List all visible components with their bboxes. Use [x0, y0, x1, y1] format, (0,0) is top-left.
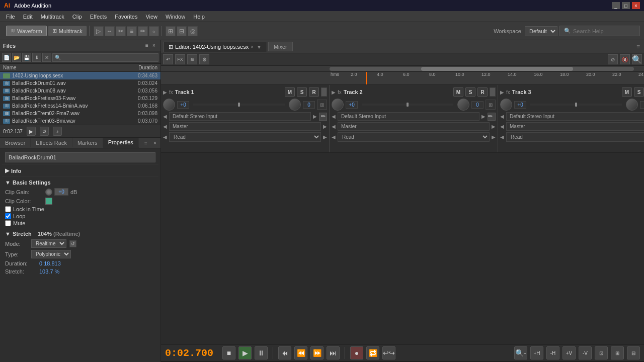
track2-pan-slider[interactable] [362, 104, 453, 106]
track1-pan-knob[interactable] [289, 99, 301, 111]
zoom-full-btn[interactable]: ⊞ [611, 346, 624, 359]
rewind-btn[interactable]: ⏪ [294, 346, 307, 359]
file-item[interactable]: ≋ BalladRockTrem03-Bmi.wav 0:03.070 [0, 117, 160, 125]
zoom-sel-btn[interactable]: ⊡ [595, 346, 608, 359]
track3-input-arrow[interactable]: ◀ [500, 114, 504, 119]
track1-fx[interactable]: fx [169, 89, 173, 95]
editor-tab-arrow[interactable]: ▼ [257, 44, 262, 50]
multitrack-button[interactable]: ⊞ Multitrack [48, 26, 87, 36]
track1-output-expand[interactable]: ▶ [323, 124, 327, 129]
return-to-start-btn[interactable]: ⏮ [278, 346, 291, 359]
track2-output-expand[interactable]: ▶ [492, 124, 496, 129]
track2-more-btn[interactable] [490, 87, 496, 97]
zoom-out-v-btn[interactable]: -V [579, 346, 592, 359]
import-btn[interactable]: ⬇ [32, 53, 41, 62]
track2-input-arrow[interactable]: ◀ [332, 114, 336, 119]
track2-read-select[interactable]: Read [338, 132, 490, 142]
track1-input-arrow[interactable]: ◀ [163, 114, 167, 119]
mute-checkbox[interactable] [5, 220, 11, 226]
track3-pan-knob[interactable] [626, 99, 638, 111]
save-file-btn[interactable]: 💾 [22, 53, 31, 62]
track2-pan-val[interactable]: 0 [471, 101, 484, 109]
track3-vol-val[interactable]: +0 [514, 101, 526, 109]
zoom-out-full-btn[interactable]: 🔍- [514, 346, 527, 359]
stretch-mode-select[interactable]: Realtime [31, 239, 66, 248]
brush-tool[interactable]: ⬦ [149, 26, 159, 36]
menu-clip[interactable]: Clip [68, 13, 86, 21]
snap-button[interactable]: ⊞ [166, 26, 176, 36]
loop-select-btn[interactable]: ↩↪ [382, 346, 395, 359]
loop-btn[interactable]: 🔁 [366, 346, 379, 359]
mixer-tab[interactable]: Mixer [268, 42, 293, 51]
track1-input-edit-btn[interactable]: ✏ [319, 113, 327, 121]
menu-view[interactable]: View [141, 13, 162, 21]
track2-expand[interactable]: ▶ [332, 89, 336, 95]
track2-read-fwd-arrow[interactable]: ▶ [492, 134, 496, 140]
track1-input-expand[interactable]: ▶ [313, 114, 317, 119]
menu-favorites[interactable]: Favorites [111, 13, 141, 21]
stretch-header[interactable]: ▼ Stretch 104% (Realtime) [5, 229, 155, 238]
track2-solo-btn[interactable]: S [465, 87, 475, 97]
track3-pan-val[interactable]: 0 [640, 101, 644, 109]
zoom-in-tl-btn[interactable]: 🔍 [632, 54, 642, 64]
files-close-btn[interactable]: × [150, 42, 157, 49]
go-to-end-btn[interactable]: ⏭ [327, 346, 340, 359]
razor-tool[interactable]: ✂ [116, 26, 126, 36]
lock-time-checkbox[interactable] [5, 206, 11, 212]
files-menu-btn[interactable]: ≡ [143, 42, 150, 49]
tab-effects-rack[interactable]: Effects Rack [31, 138, 72, 147]
delete-file-btn[interactable]: ✕ [42, 53, 51, 62]
mini-play-btn[interactable]: ▶ [27, 127, 36, 136]
track1-read-back-arrow[interactable]: ◀ [163, 134, 167, 140]
menu-multitrack[interactable]: Multitrack [37, 13, 68, 21]
meters-btn[interactable]: ≋ [187, 54, 197, 64]
clip-color-swatch[interactable] [45, 198, 52, 205]
track3-vol-knob[interactable] [500, 99, 512, 111]
track2-vol-val[interactable]: +0 [346, 101, 358, 109]
track3-expand[interactable]: ▶ [500, 89, 504, 95]
slip-tool[interactable]: ≡ [127, 26, 137, 36]
zoom-fit-btn[interactable]: ⊟ [627, 346, 640, 359]
editor-tab-close[interactable]: × [251, 44, 254, 50]
align-button[interactable]: ⊟ [177, 26, 187, 36]
fx-btn[interactable]: FX [175, 54, 185, 64]
new-file-btn[interactable]: 📄 [2, 53, 11, 62]
files-search-input[interactable] [52, 53, 158, 62]
track3-output-arrow[interactable]: ◀ [500, 124, 504, 129]
undo-btn[interactable]: ↶ [163, 54, 173, 64]
file-item[interactable]: ≋ BalladRockFretless14-BminA.wav 0:06.16… [0, 102, 160, 110]
track3-mute-btn[interactable]: M [622, 87, 632, 97]
solo-btn[interactable]: ⊘ [608, 54, 618, 64]
close-button[interactable]: × [632, 2, 640, 9]
zoom-button[interactable]: ◎ [188, 26, 198, 36]
workspace-select[interactable]: Default [525, 26, 557, 36]
track1-vol-val[interactable]: +0 [177, 101, 189, 109]
track1-pan-val[interactable]: 0 [303, 101, 315, 109]
clip-mute-btn[interactable]: 🔇 [620, 54, 630, 64]
track3-read-arrow[interactable]: ◀ [500, 134, 504, 140]
track1-mute-btn[interactable]: M [285, 87, 295, 97]
mini-loop-btn[interactable]: ↺ [40, 127, 49, 136]
fast-forward-btn[interactable]: ⏩ [310, 346, 324, 359]
props-close-btn[interactable]: × [151, 139, 158, 146]
maximize-button[interactable]: □ [622, 2, 630, 9]
track1-vol-knob[interactable] [163, 99, 175, 111]
track3-solo-btn[interactable]: S [634, 87, 644, 97]
track1-read-select[interactable]: Read [169, 132, 321, 142]
track2-record-btn[interactable]: R [477, 87, 488, 97]
selection-tool[interactable]: ▷ [94, 26, 104, 36]
track2-input-expand[interactable]: ▶ [481, 114, 486, 119]
move-tool[interactable]: ↔ [105, 26, 115, 36]
track2-input-edit-btn[interactable]: ✏ [488, 113, 496, 121]
settings-btn[interactable]: ⚙ [199, 54, 209, 64]
timeline-scrollbar[interactable] [161, 66, 644, 72]
record-btn[interactable]: ● [350, 346, 363, 359]
info-header[interactable]: ▶ Info [5, 166, 155, 175]
menu-window[interactable]: Window [162, 13, 189, 21]
props-menu-btn[interactable]: ≡ [142, 139, 149, 146]
track1-send-btn[interactable]: ⊞ [317, 100, 327, 110]
track3-read-select[interactable]: Read [506, 132, 644, 142]
file-item[interactable]: 1402-Using loops.sesx 0:34.463 [0, 72, 160, 79]
track3-pan-slider[interactable] [530, 104, 622, 106]
play-btn[interactable]: ▶ [238, 346, 252, 359]
